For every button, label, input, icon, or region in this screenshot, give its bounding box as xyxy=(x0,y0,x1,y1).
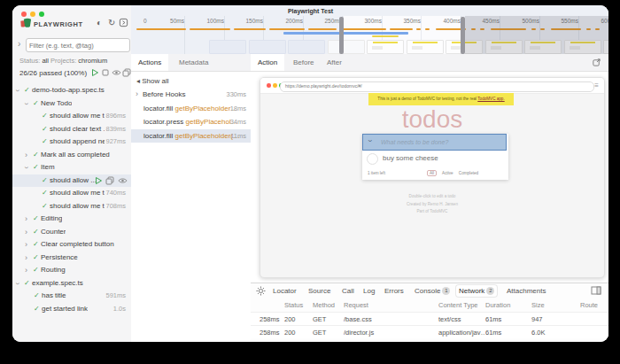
tree-item-group[interactable]: Routing xyxy=(12,264,131,277)
tab-source[interactable]: Source xyxy=(306,285,333,297)
projects-value[interactable]: chromium xyxy=(78,57,107,65)
action-duration: 34ms xyxy=(230,115,246,128)
filmstrip-thumbnail[interactable] xyxy=(407,40,444,54)
tab-before[interactable]: Before xyxy=(286,54,322,71)
tree-item-test[interactable]: should append ne...927ms xyxy=(12,136,131,149)
tab-locator[interactable]: Locator xyxy=(270,285,299,297)
todo-item-text: buy some cheese xyxy=(383,151,438,167)
projects-label: Projects: xyxy=(50,57,76,65)
settings-gear-icon[interactable] xyxy=(256,286,266,296)
tab-errors[interactable]: Errors xyxy=(382,285,407,297)
tree-item-group[interactable]: Persistence xyxy=(12,252,131,265)
tree-item-group[interactable]: Counter xyxy=(12,226,131,239)
tree-item-group[interactable]: New Todo xyxy=(12,97,131,111)
tree-item-test[interactable]: should allow me t...896ms xyxy=(12,110,131,123)
run-test-icon[interactable] xyxy=(94,176,103,185)
run-all-icon[interactable] xyxy=(90,68,100,78)
detail-panel: Action Before After https://demo.playwri… xyxy=(251,54,608,283)
tab-console[interactable]: Console1 xyxy=(412,285,453,297)
test-duration: 839ms xyxy=(105,123,126,136)
filmstrip-thumbnail[interactable] xyxy=(209,40,246,54)
chevron-right-icon xyxy=(25,238,27,252)
filter-input[interactable] xyxy=(26,38,130,52)
detail-tabbar: Action Before After xyxy=(251,54,608,72)
tree-item-label: should allow me t... xyxy=(50,110,105,123)
tab-after[interactable]: After xyxy=(320,54,349,71)
tab-action[interactable]: Action xyxy=(251,54,284,71)
open-snapshot-external-icon[interactable] xyxy=(592,58,601,67)
tree-item-test[interactable]: should allow me t...740ms xyxy=(12,187,131,200)
tree-item-test[interactable]: should clear text ...839ms xyxy=(12,123,131,136)
status-value[interactable]: all xyxy=(42,57,49,65)
todo-item-row: buy some cheese xyxy=(362,151,508,167)
action-name: locator.press xyxy=(143,118,183,126)
filmstrip-thumbnail[interactable] xyxy=(328,40,365,54)
filmstrip-thumbnail[interactable] xyxy=(367,40,404,54)
timeline-range-handle-right[interactable] xyxy=(461,17,465,54)
tree-item-test[interactable]: has title591ms xyxy=(12,290,131,303)
chevron-down-icon xyxy=(12,89,24,92)
filmstrip-thumbnail[interactable] xyxy=(249,40,286,54)
show-all-link[interactable]: Show all xyxy=(136,77,169,85)
tab-log[interactable]: Log xyxy=(360,285,377,297)
action-row[interactable]: locator.press getByPlacehol… 34ms xyxy=(131,115,251,128)
network-row[interactable]: 258ms200 GET/base.css text/css61ms 947 xyxy=(251,312,608,325)
pass-check-icon xyxy=(24,84,30,97)
tree-item-label: should append ne... xyxy=(50,136,105,149)
tick-label: 150ms xyxy=(231,18,263,24)
tree-item-label: should allow me t... xyxy=(50,187,105,200)
watch-all-eye-icon[interactable] xyxy=(112,68,121,78)
tree-item-label: Persistence xyxy=(41,252,78,265)
pass-check-icon xyxy=(33,149,39,162)
tree-item-spec-file[interactable]: example.spec.ts xyxy=(12,277,131,290)
network-table-header: Status MethodRequest Content TypeDuratio… xyxy=(251,298,608,312)
copy-icon[interactable] xyxy=(105,176,114,185)
stop-icon[interactable] xyxy=(101,68,111,78)
watch-eye-icon[interactable] xyxy=(118,176,127,185)
status-label: Status: xyxy=(19,57,40,65)
pass-check-icon xyxy=(33,97,39,111)
action-row-before-hooks[interactable]: › Before Hooks 330ms xyxy=(131,88,251,101)
console-badge: 1 xyxy=(442,287,450,295)
chevron-right-icon xyxy=(25,264,27,277)
pass-check-icon xyxy=(34,290,40,303)
filmstrip-thumbnail[interactable] xyxy=(288,40,325,54)
reload-icon[interactable]: ↻ xyxy=(108,18,115,28)
brand-title: PLAYWRIGHT xyxy=(34,20,83,28)
tree-item-group[interactable]: Mark all as completed xyxy=(12,149,131,162)
tab-call[interactable]: Call xyxy=(339,285,357,297)
tree-item-test[interactable]: should allow me t...708ms xyxy=(12,200,131,213)
action-name: locator.fill xyxy=(143,132,173,140)
filter-expand-chevron-icon[interactable]: › xyxy=(18,39,20,49)
tree-item-test[interactable]: get started link1.0s xyxy=(12,303,131,316)
browser-snapshot[interactable]: https://demo.playwright.dev/todomvc/#/ ≡… xyxy=(260,77,605,278)
pass-summary: 26/26 passed (100%) xyxy=(19,69,87,77)
todo-footer: 1 item left All Active Completed xyxy=(362,167,508,180)
tree-item-group[interactable]: Editing xyxy=(12,213,131,226)
tab-actions[interactable]: Actions xyxy=(131,54,168,71)
tree-item-test-selected[interactable]: should allow ... xyxy=(12,174,131,188)
action-row-selected[interactable]: locator.fill getByPlaceholder(… 11ms xyxy=(131,129,251,143)
actions-tabbar: Actions Metadata xyxy=(131,54,251,72)
tab-metadata[interactable]: Metadata xyxy=(172,54,215,71)
split-view-icon[interactable] xyxy=(591,286,601,295)
todo-app-card: › What needs to be done? buy some cheese… xyxy=(362,134,508,180)
chevron-right-icon xyxy=(25,149,27,162)
pass-check-icon xyxy=(42,200,48,213)
action-locator: getByPlaceholder… xyxy=(175,105,238,112)
tree-item-spec-file[interactable]: demo-todo-app.spec.ts xyxy=(12,84,131,97)
snapshot-traffic-close-icon xyxy=(267,83,271,88)
open-panel-icon[interactable] xyxy=(119,18,128,27)
hamburger-menu-icon: ≡ xyxy=(594,81,599,90)
tab-network[interactable]: Network2 xyxy=(456,285,497,297)
tree-item-group[interactable]: Clear completed button xyxy=(12,238,131,252)
dark-mode-icon[interactable]: ◐ xyxy=(97,18,102,28)
tree-item-label: should allow me t... xyxy=(50,200,105,213)
tab-attachments[interactable]: Attachments xyxy=(504,285,548,297)
action-row[interactable]: locator.fill getByPlaceholder… 18ms xyxy=(131,102,251,115)
network-row[interactable]: 258ms200 GET/director.js application/jav… xyxy=(251,325,608,338)
tree-item-label: Mark all as completed xyxy=(41,149,110,162)
timeline-range-handle-left[interactable] xyxy=(339,17,344,54)
tree-item-group[interactable]: Item xyxy=(12,161,131,174)
todo-credit-line: Created by Remo H. Jansen xyxy=(260,202,604,206)
